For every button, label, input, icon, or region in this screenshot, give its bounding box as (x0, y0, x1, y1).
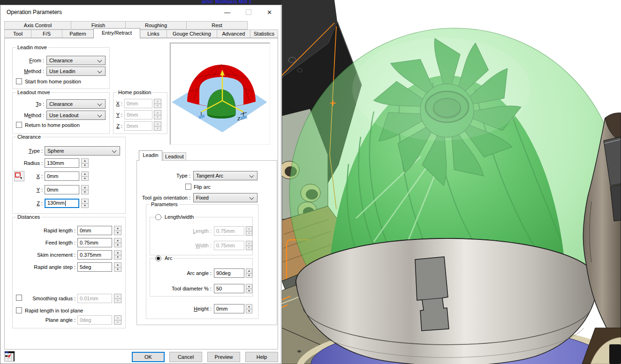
leadin-move-legend: Leadin move (16, 45, 48, 50)
clearance-z-spinner[interactable]: ▲▼ (81, 199, 89, 208)
home-x-input[interactable]: 0mm (124, 99, 152, 108)
radius-spinner[interactable]: ▲▼ (81, 158, 89, 168)
spin-down[interactable]: ▼ (246, 245, 252, 251)
length-width-label: Length/width (164, 214, 195, 220)
arc-angle-spinner[interactable]: ▲▼ (246, 268, 252, 278)
plane-angle-spinner[interactable]: ▲▼ (114, 315, 121, 325)
minimize-icon: — (224, 9, 230, 16)
tab-axis-control[interactable]: Axis Control (4, 21, 71, 30)
arc-angle-input[interactable]: 90deg (214, 268, 244, 278)
tab-pattern[interactable]: Pattern (62, 30, 94, 38)
home-z-label: Z : (115, 123, 122, 129)
feed-length-spinner[interactable]: ▲▼ (114, 238, 121, 247)
spin-down[interactable]: ▼ (81, 163, 89, 168)
rapid-length-spinner[interactable]: ▲▼ (114, 226, 121, 235)
chevron-down-icon (250, 195, 254, 200)
home-z-input[interactable]: 0mm (124, 121, 152, 131)
spin-down[interactable]: ▼ (154, 126, 161, 131)
spin-down[interactable]: ▼ (246, 289, 252, 294)
rapid-length-input[interactable]: 0mm (77, 226, 112, 235)
minimize-button[interactable]: — (217, 5, 238, 19)
3d-viewport[interactable] (282, 0, 621, 364)
feed-length-input[interactable]: 0.75mm (77, 238, 112, 247)
spin-down[interactable]: ▼ (154, 104, 161, 109)
spin-down[interactable]: ▼ (114, 267, 121, 272)
arc-radio[interactable] (155, 255, 161, 261)
radius-input[interactable]: 130mm (45, 158, 79, 168)
tool-diameter-spinner[interactable]: ▲▼ (246, 284, 252, 293)
width-spinner[interactable]: ▲▼ (246, 241, 252, 250)
spin-down[interactable]: ▼ (81, 190, 89, 195)
clearance-z-input[interactable]: 130mm (45, 199, 79, 208)
home-y-spinner[interactable]: ▲▼ (154, 110, 161, 119)
close-button[interactable]: ✕ (259, 5, 280, 19)
clearance-y-input[interactable]: 0mm (45, 185, 79, 194)
leadin-type-select[interactable]: Tangent Arc (193, 171, 257, 180)
tab-statistics[interactable]: Statistics (250, 30, 278, 38)
spin-down[interactable]: ▼ (114, 298, 121, 304)
cancel-button[interactable]: Cancel (169, 352, 202, 362)
clearance-y-spinner[interactable]: ▲▼ (81, 185, 89, 194)
tab-advanced[interactable]: Advanced (217, 30, 250, 38)
smoothing-radius-spinner[interactable]: ▲▼ (114, 294, 121, 303)
pick-point-button[interactable] (14, 171, 24, 181)
home-x-spinner[interactable]: ▲▼ (154, 99, 161, 108)
clearance-type-select[interactable]: Sphere (45, 146, 120, 156)
spin-down[interactable]: ▼ (246, 309, 252, 314)
help-button[interactable]: Help (245, 352, 278, 362)
leadout-to-select[interactable]: Clearance (46, 99, 106, 109)
height-spinner[interactable]: ▲▼ (246, 304, 252, 313)
height-input[interactable]: 0mm (214, 304, 244, 313)
plane-angle-input[interactable]: 0deg (77, 315, 112, 325)
skim-increment-input[interactable]: 0.375mm (77, 250, 112, 260)
start-from-home-checkbox[interactable] (16, 78, 22, 84)
leadin-from-select[interactable]: Clearance (46, 56, 106, 65)
leadin-method-select[interactable]: Use Leadin (46, 67, 106, 76)
smoothing-radius-input[interactable]: 0.01mm (77, 294, 112, 303)
tab-gouge-checking[interactable]: Gouge Checking (167, 30, 217, 38)
home-y-label: Y : (115, 112, 122, 118)
spin-down[interactable]: ▼ (154, 115, 161, 120)
flip-arc-checkbox[interactable] (185, 184, 191, 190)
spin-down[interactable]: ▼ (81, 203, 89, 208)
tab-tool[interactable]: Tool (4, 30, 31, 38)
spin-down[interactable]: ▼ (246, 231, 252, 236)
clearance-x-spinner[interactable]: ▲▼ (81, 171, 89, 181)
subtab-leadin[interactable]: Leadin (139, 150, 162, 161)
table-tool-icon[interactable] (4, 350, 16, 362)
spin-down[interactable]: ▼ (114, 255, 121, 260)
length-spinner[interactable]: ▲▼ (246, 226, 252, 236)
spin-down[interactable]: ▼ (114, 243, 121, 248)
tab-fs[interactable]: F/S (31, 30, 62, 38)
skim-increment-spinner[interactable]: ▲▼ (114, 250, 121, 260)
leadout-move-legend: Leadout move (16, 89, 52, 95)
spin-down[interactable]: ▼ (114, 320, 121, 325)
tool-diameter-input[interactable]: 50 (214, 284, 244, 293)
rapid-length-tool-plane-checkbox[interactable] (16, 307, 22, 313)
maximize-button[interactable] (238, 5, 259, 19)
home-y-input[interactable]: 0mm (124, 110, 152, 119)
tab-entry-retract[interactable]: Entry/Retract (93, 28, 140, 38)
spin-down[interactable]: ▼ (114, 230, 121, 236)
clearance-x-input[interactable]: 0mm (45, 171, 79, 181)
rapid-angle-step-input[interactable]: 5deg (77, 262, 112, 272)
spin-down[interactable]: ▼ (81, 176, 89, 181)
length-width-radio[interactable] (155, 214, 161, 220)
subtab-leadout[interactable]: Leadout (163, 152, 186, 161)
smoothing-radius-checkbox[interactable] (16, 295, 22, 301)
distances-legend: Distances (16, 214, 41, 220)
tab-links[interactable]: Links (140, 30, 167, 38)
plane-angle-label: Plane angle : (12, 317, 76, 323)
return-to-home-checkbox[interactable] (16, 122, 22, 128)
spin-down[interactable]: ▼ (246, 273, 252, 278)
width-input[interactable]: 0.75mm (214, 241, 244, 250)
preview-button[interactable]: Preview (207, 352, 240, 362)
rapid-angle-step-spinner[interactable]: ▲▼ (114, 262, 121, 272)
home-z-spinner[interactable]: ▲▼ (154, 121, 161, 131)
width-label: Width : (167, 243, 212, 248)
tab-rest[interactable]: Rest (186, 21, 248, 30)
tool-axis-orientation-select[interactable]: Fixed (193, 193, 257, 202)
ok-button[interactable]: OK (132, 352, 165, 362)
length-input[interactable]: 0.75mm (214, 226, 244, 236)
leadout-method-select[interactable]: Use Leadout (46, 111, 106, 120)
